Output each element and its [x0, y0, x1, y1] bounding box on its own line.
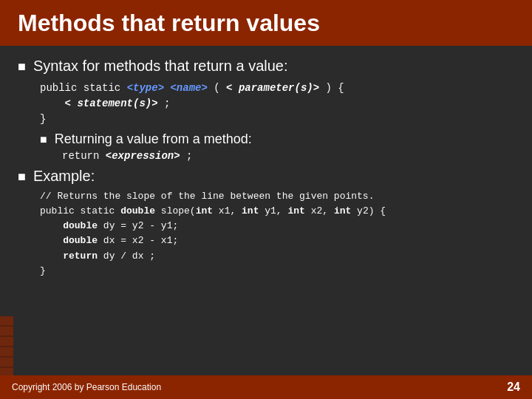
bullet1-icon: ■: [18, 59, 26, 75]
expression-placeholder: <expression>: [106, 150, 180, 162]
code-text-1: public static: [40, 82, 127, 94]
code-semi: ;: [158, 98, 171, 109]
sub-bullet-section: ■ Returning a value from a method:: [40, 132, 514, 147]
code-text-3: (: [208, 82, 226, 94]
example-line-dx: double dx = x2 - x1;: [40, 233, 514, 248]
name-placeholder: <name>: [170, 82, 207, 94]
sig-text6: y2) {: [351, 205, 386, 216]
section1-bullet: ■ Syntax for methods that return a value…: [18, 58, 514, 75]
section1-label: Syntax for methods that return a value:: [33, 58, 288, 75]
example-line-dy: double dy = y2 - y1;: [40, 219, 514, 233]
return-code: return <expression> ;: [62, 150, 514, 162]
code-indent: [40, 98, 65, 109]
sig-text1: public static: [40, 205, 120, 216]
sig-bold4: int: [287, 205, 304, 216]
type-placeholder: <type>: [127, 82, 164, 94]
footer-copyright: Copyright 2006 by Pearson Education: [12, 382, 161, 392]
sig-text2: slope(: [155, 205, 196, 216]
example-line-return: return dy / dx ;: [40, 249, 514, 264]
example-code-block: // Returns the slope of the line between…: [40, 189, 514, 279]
sig-text3: x1,: [213, 205, 242, 216]
sig-text4: y1,: [259, 205, 287, 216]
footer: Copyright 2006 by Pearson Education 24: [0, 375, 532, 399]
sig-text5: x2,: [305, 205, 334, 216]
return-kw: return: [62, 150, 106, 162]
slide: Methods that return values ■ Syntax for …: [0, 0, 532, 399]
title-bar: Methods that return values: [0, 0, 532, 46]
example-comment: // Returns the slope of the line between…: [40, 189, 514, 204]
code-line3: }: [40, 112, 514, 127]
section2-bullet: ■ Example:: [18, 168, 514, 185]
sig-bold1: double: [120, 205, 155, 216]
return-semi: ;: [180, 150, 193, 162]
code-line1: public static <type> <name> ( < paramete…: [40, 81, 514, 96]
params-placeholder: < parameter(s)>: [226, 82, 319, 94]
statements-placeholder: < statement(s)>: [65, 98, 158, 109]
example-close-brace: }: [40, 264, 514, 279]
footer-page-number: 24: [507, 381, 520, 394]
example-signature: public static double slope(int x1, int y…: [40, 204, 514, 219]
code-text-4: ) {: [319, 82, 344, 94]
bullet2-icon: ■: [18, 169, 26, 185]
brick-decoration: [0, 316, 13, 375]
sig-bold3: int: [242, 205, 259, 216]
sig-bold5: int: [334, 205, 351, 216]
sig-bold2: int: [196, 205, 213, 216]
code-line2: < statement(s)> ;: [40, 96, 514, 112]
slide-title: Methods that return values: [18, 10, 320, 37]
section2-label: Example:: [33, 168, 95, 185]
sub-bullet-icon: ■: [40, 133, 47, 146]
sub-bullet-label: Returning a value from a method:: [55, 132, 252, 147]
syntax-code: public static <type> <name> ( < paramete…: [40, 81, 514, 127]
content-area: ■ Syntax for methods that return a value…: [0, 46, 532, 399]
